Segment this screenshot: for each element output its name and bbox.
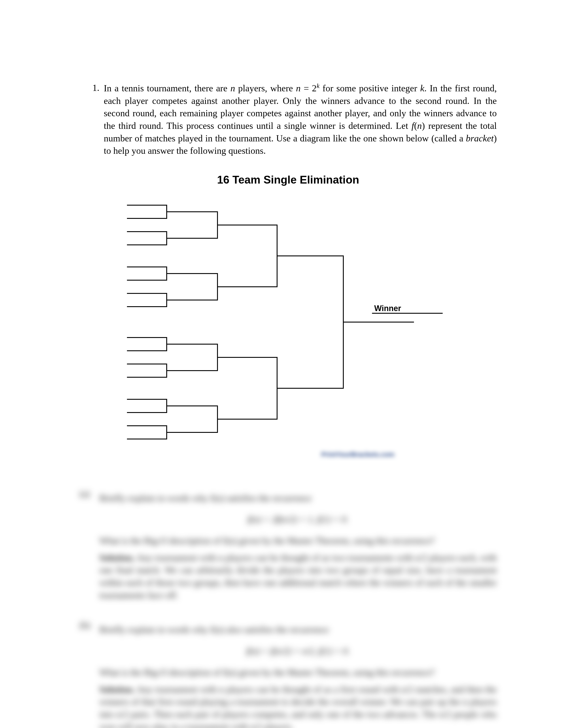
problem-number: 1. xyxy=(79,82,104,94)
winner-label: Winner xyxy=(374,304,401,313)
bracket-diagram: 16 Team Single Elimination xyxy=(79,173,497,461)
part-a-question: What is the Big-O description of f(n) gi… xyxy=(99,535,497,547)
part-b-equation: f(n) = f(n/2) + n/2, f(1) = 0. xyxy=(99,645,497,657)
solution-text: Any tournament with n players can be tho… xyxy=(99,553,497,600)
var-k: k xyxy=(420,83,424,93)
eq-n: n xyxy=(296,83,301,93)
problem-text: In a tennis tournament, there are n play… xyxy=(104,82,497,157)
paren-close: ) xyxy=(422,121,425,131)
paren-open: ( xyxy=(414,121,417,131)
solution-label: Solution. xyxy=(99,553,135,563)
part-a-label: (a) xyxy=(79,488,99,606)
part-a: (a) Briefly explain in words why f(n) sa… xyxy=(79,488,497,606)
text: for some positive integer xyxy=(320,83,420,93)
eq-exp: k xyxy=(317,82,320,89)
part-b-text: Briefly explain in words why f(n) also s… xyxy=(99,623,497,636)
solution-label: Solution. xyxy=(99,684,135,694)
bracket-svg: Winner PrintYourBrackets.com xyxy=(122,196,454,461)
part-a-text: Briefly explain in words why f(n) satisf… xyxy=(99,492,497,505)
part-b-solution: Solution. Any tournament with n players … xyxy=(99,683,497,728)
part-a-equation: f(n) = 2f(n/2) + 1, f(1) = 0. xyxy=(99,513,497,526)
bracket-title: 16 Team Single Elimination xyxy=(79,173,497,188)
bracket-word: bracket xyxy=(466,133,494,143)
text: In a tennis tournament, there are xyxy=(104,83,230,93)
problem-1: 1. In a tennis tournament, there are n p… xyxy=(79,82,497,157)
part-a-solution: Solution. Any tournament with n players … xyxy=(99,552,497,602)
blurred-content: (a) Briefly explain in words why f(n) sa… xyxy=(79,488,497,728)
solution-text: Any tournament with n players can be tho… xyxy=(99,684,497,728)
fn-f: f xyxy=(412,121,414,131)
bracket-attribution: PrintYourBrackets.com xyxy=(321,451,394,458)
part-b-question: What is the Big-O description of f(n) gi… xyxy=(99,666,497,679)
part-b-label: (b) xyxy=(79,619,99,728)
text: players, where xyxy=(235,83,296,93)
page: 1. In a tennis tournament, there are n p… xyxy=(0,0,563,728)
var-n: n xyxy=(230,83,235,93)
part-b: (b) Briefly explain in words why f(n) al… xyxy=(79,619,497,728)
text: = 2 xyxy=(301,83,317,93)
fn-arg: n xyxy=(417,121,422,131)
